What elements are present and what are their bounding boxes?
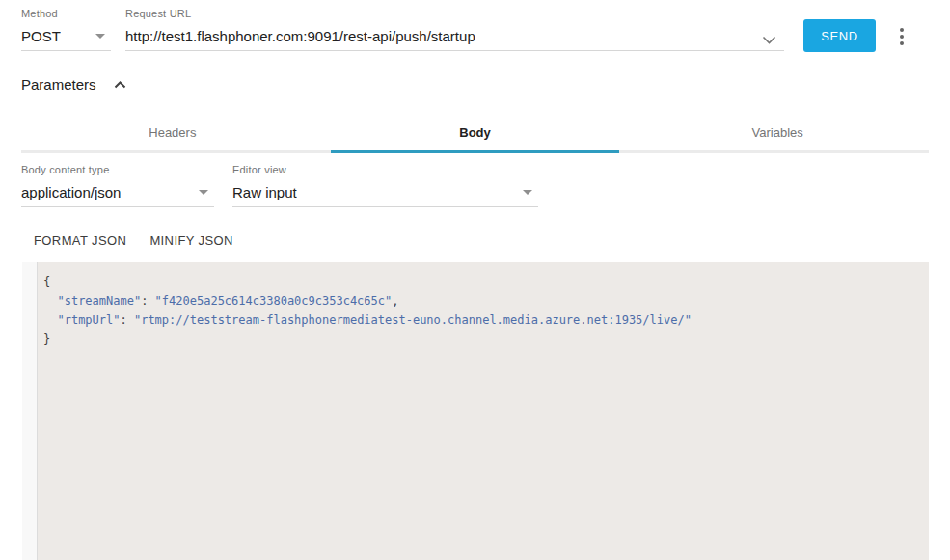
send-button[interactable]: SEND (803, 19, 876, 52)
kebab-menu-icon[interactable] (892, 23, 911, 50)
editor-view-label: Editor view (232, 164, 538, 177)
editor-view-dropdown[interactable]: Raw input (232, 177, 538, 207)
tab-body[interactable]: Body (324, 114, 627, 153)
editor-gutter (22, 262, 38, 560)
tab-bar: HeadersBodyVariables (21, 114, 929, 153)
rest-client-app: Method POST Request URL http://test1.fla… (0, 0, 950, 560)
code-line: { (43, 272, 921, 291)
code-token-plain (43, 313, 57, 327)
chevron-up-icon[interactable] (112, 79, 128, 91)
parameters-header: Parameters (21, 76, 128, 93)
editor-view-value: Raw input (232, 184, 297, 200)
code-token-plain: } (43, 333, 50, 346)
content-type-field: Body content type application/json (21, 164, 214, 207)
kebab-dot (900, 28, 904, 32)
code-token-plain: : (120, 313, 133, 327)
kebab-dot (900, 41, 904, 45)
method-value: POST (21, 28, 61, 44)
url-value: http://test1.flashphoner.com:9091/rest-a… (125, 28, 475, 44)
method-label: Method (21, 8, 111, 21)
code-content[interactable]: { "streamName": "f420e5a25c614c3380a0c9c… (38, 262, 929, 560)
dropdown-arrow-icon (95, 34, 105, 39)
code-token-plain (43, 294, 57, 307)
code-token-string: "rtmp://teststream-flashphonermediatest-… (134, 313, 692, 327)
editor-actions: FORMAT JSON MINIFY JSON (34, 229, 233, 252)
dropdown-arrow-icon (523, 190, 532, 195)
editor-view-field: Editor view Raw input (232, 164, 538, 207)
format-json-button[interactable]: FORMAT JSON (34, 229, 126, 252)
code-token-string: "streamName" (57, 294, 141, 307)
code-token-plain: { (43, 275, 50, 288)
content-type-dropdown[interactable]: application/json (21, 177, 214, 207)
tab-headers[interactable]: Headers (21, 114, 324, 153)
parameters-title: Parameters (21, 76, 96, 93)
body-editor: { "streamName": "f420e5a25c614c3380a0c9c… (22, 262, 929, 560)
code-token-plain: , (392, 294, 398, 307)
content-type-value: application/json (21, 184, 121, 200)
url-input[interactable]: http://test1.flashphoner.com:9091/rest-a… (125, 21, 784, 51)
code-line: "rtmpUrl": "rtmp://teststream-flashphone… (43, 310, 921, 330)
content-type-label: Body content type (21, 164, 214, 177)
code-token-string: "f420e5a25c614c3380a0c9c353c4c65c" (155, 294, 393, 307)
dropdown-arrow-icon (199, 190, 208, 195)
code-token-string: "rtmpUrl" (57, 313, 120, 327)
method-dropdown[interactable]: POST (21, 21, 111, 51)
tab-variables[interactable]: Variables (626, 114, 929, 153)
code-line: "streamName": "f420e5a25c614c3380a0c9c35… (43, 291, 921, 310)
kebab-dot (900, 35, 904, 39)
chevron-down-icon[interactable] (762, 31, 776, 48)
code-token-plain: : (141, 294, 154, 307)
minify-json-button[interactable]: MINIFY JSON (149, 229, 233, 252)
url-label: Request URL (125, 8, 784, 21)
url-field: Request URL http://test1.flashphoner.com… (125, 8, 784, 51)
method-field: Method POST (21, 8, 111, 51)
code-line: } (43, 330, 921, 349)
